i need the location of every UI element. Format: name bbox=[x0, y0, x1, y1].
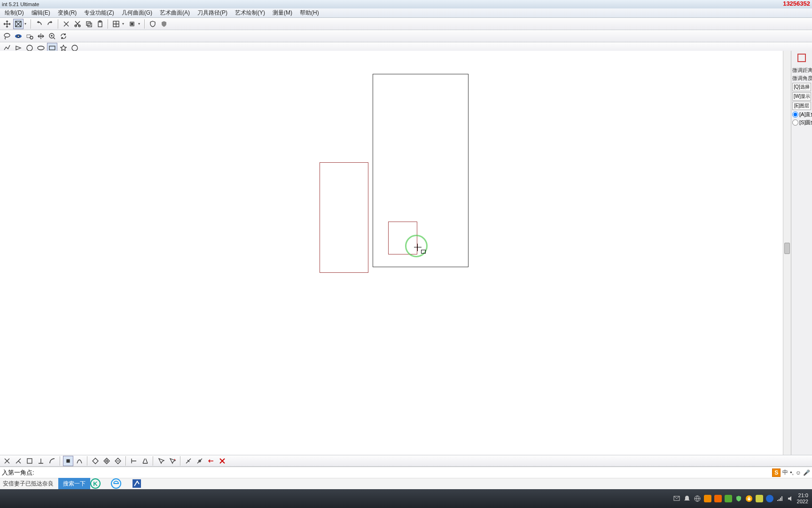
lasso-icon[interactable] bbox=[2, 31, 12, 41]
move-tool-icon[interactable] bbox=[2, 19, 12, 29]
btool-align2-icon[interactable] bbox=[140, 456, 150, 466]
redo-icon[interactable] bbox=[45, 19, 55, 29]
btool-d1-icon[interactable] bbox=[90, 456, 101, 466]
menu-geom[interactable]: 几何曲面(G) bbox=[118, 8, 156, 18]
round-rect-type-radio[interactable]: [S]圆角矩 bbox=[792, 119, 811, 126]
menu-bar: 绘制(D) 编辑(E) 变换(R) 专业功能(Z) 几何曲面(G) 艺术曲面(A… bbox=[0, 8, 812, 18]
tray-net-icon[interactable] bbox=[694, 495, 701, 502]
tray-signal-icon[interactable] bbox=[776, 495, 784, 502]
tray-orange1-icon[interactable] bbox=[704, 495, 711, 502]
menu-measure[interactable]: 测量(M) bbox=[269, 8, 296, 18]
menu-help[interactable]: 帮助(H) bbox=[296, 8, 323, 18]
svg-point-9 bbox=[131, 23, 133, 25]
btool-arc-icon[interactable] bbox=[47, 456, 57, 466]
cut-icon[interactable] bbox=[72, 19, 83, 29]
select-dropdown-icon[interactable]: ▾ bbox=[24, 22, 28, 26]
svg-rect-3 bbox=[86, 22, 90, 25]
btool-close-icon[interactable] bbox=[217, 456, 227, 466]
btool-m3-icon[interactable] bbox=[206, 456, 216, 466]
snap-icon[interactable] bbox=[127, 19, 137, 29]
tray-bell-icon[interactable] bbox=[683, 495, 691, 502]
tray-shield-icon[interactable] bbox=[735, 495, 742, 502]
app-title: int 5.21 Ultimate bbox=[2, 1, 39, 7]
show-mode-button[interactable]: [W]显示 bbox=[792, 92, 811, 101]
nudge-dist-label: 微调距离: bbox=[792, 67, 811, 74]
taskbar-app-current[interactable] bbox=[132, 478, 152, 490]
btool-perp-icon[interactable] bbox=[36, 456, 46, 466]
shield1-icon[interactable] bbox=[148, 19, 158, 29]
btool-3-icon[interactable] bbox=[24, 456, 35, 466]
canvas-rect-left[interactable] bbox=[320, 162, 368, 273]
ime-lang[interactable]: 中 bbox=[782, 468, 788, 476]
btool-1-icon[interactable] bbox=[2, 456, 12, 466]
zoom-in-icon[interactable] bbox=[47, 31, 57, 41]
search-button[interactable]: 搜索一下 bbox=[58, 478, 90, 490]
btool-m2-icon[interactable] bbox=[195, 456, 205, 466]
menu-transform[interactable]: 变换(R) bbox=[54, 8, 81, 18]
select-tool-icon[interactable] bbox=[13, 19, 23, 29]
svg-point-10 bbox=[4, 33, 10, 37]
svg-rect-18 bbox=[49, 46, 55, 50]
panel-rect-icon[interactable] bbox=[797, 54, 806, 62]
windows-taskbar: 21:0 2022 bbox=[0, 489, 812, 508]
taskbar-clock[interactable]: 21:0 2022 bbox=[797, 492, 808, 505]
menu-toolpath[interactable]: 刀具路径(P) bbox=[194, 8, 231, 18]
tray-blue-icon[interactable] bbox=[766, 495, 773, 502]
tray-dl-icon[interactable] bbox=[745, 495, 753, 502]
menu-art-surface[interactable]: 艺术曲面(A) bbox=[156, 8, 194, 18]
right-panel: 微调距离: 微调角度: [Q]选择 [W]显示 [E]图层 [A]直角矩 [S]… bbox=[791, 51, 812, 455]
grid-dropdown-icon[interactable]: ▾ bbox=[122, 22, 126, 26]
btool-m1-icon[interactable] bbox=[183, 456, 194, 466]
zoom-mag-icon[interactable] bbox=[24, 31, 35, 41]
snap-dropdown-icon[interactable]: ▾ bbox=[138, 22, 142, 26]
ime-indicator[interactable]: S 中 •, ☺ 🎤 bbox=[772, 468, 810, 477]
btool-node-icon[interactable] bbox=[63, 456, 73, 466]
btool-pick2-icon[interactable] bbox=[167, 456, 178, 466]
menu-pro[interactable]: 专业功能(Z) bbox=[80, 8, 117, 18]
vertical-scrollbar[interactable] bbox=[783, 51, 791, 455]
svg-point-17 bbox=[38, 46, 44, 50]
taskbar-app-k[interactable]: K bbox=[90, 478, 111, 490]
tray-yellow-icon[interactable] bbox=[756, 495, 763, 502]
copy-icon[interactable] bbox=[84, 19, 94, 29]
tray-volume-icon[interactable] bbox=[787, 495, 794, 502]
title-bar: int 5.21 Ultimate 13256352 bbox=[0, 0, 812, 8]
ime-punct-icon[interactable]: •, bbox=[790, 469, 794, 476]
scrollbar-thumb[interactable] bbox=[784, 243, 790, 254]
tray-orange2-icon[interactable] bbox=[714, 495, 722, 502]
btool-pick1-icon[interactable] bbox=[156, 456, 166, 466]
tray-msg-icon[interactable] bbox=[673, 495, 680, 502]
ime-mic-icon[interactable]: 🎤 bbox=[803, 469, 810, 476]
watermark-text: 13256352 bbox=[783, 0, 810, 7]
btool-d2-icon[interactable] bbox=[102, 456, 112, 466]
menu-edit[interactable]: 编辑(E) bbox=[28, 8, 54, 18]
tray-green-icon[interactable] bbox=[725, 495, 732, 502]
shield2-icon[interactable] bbox=[159, 19, 169, 29]
btool-2-icon[interactable] bbox=[13, 456, 23, 466]
paste-icon[interactable] bbox=[95, 19, 105, 29]
undo-icon[interactable] bbox=[34, 19, 44, 29]
ime-smile-icon[interactable]: ☺ bbox=[796, 469, 801, 476]
layer-mode-button[interactable]: [E]图层 bbox=[792, 102, 811, 110]
command-prompt: 入第一角点: bbox=[2, 468, 34, 477]
menu-draw[interactable]: 绘制(D) bbox=[1, 8, 28, 18]
refresh-icon[interactable] bbox=[58, 31, 69, 41]
svg-rect-4 bbox=[88, 23, 92, 27]
pan-icon[interactable] bbox=[36, 31, 46, 41]
rect-type-radio[interactable]: [A]直角矩 bbox=[792, 111, 811, 118]
delete-icon[interactable] bbox=[61, 19, 71, 29]
svg-point-12 bbox=[17, 35, 19, 37]
menu-art-draw[interactable]: 艺术绘制(Y) bbox=[231, 8, 269, 18]
btool-align1-icon[interactable] bbox=[129, 456, 139, 466]
btool-curve-icon[interactable] bbox=[74, 456, 85, 466]
select-mode-button[interactable]: [Q]选择 bbox=[792, 83, 811, 91]
clock-time: 21:0 bbox=[797, 492, 808, 499]
news-headline[interactable]: 安倍妻子已抵达奈良 bbox=[0, 480, 56, 488]
ime-icon[interactable]: S bbox=[772, 468, 781, 477]
canvas[interactable] bbox=[0, 51, 783, 455]
toolbar-bottom bbox=[0, 455, 812, 467]
eye-icon[interactable] bbox=[13, 31, 23, 41]
btool-d3-icon[interactable] bbox=[113, 456, 123, 466]
grid-icon[interactable] bbox=[111, 19, 121, 29]
taskbar-app-e[interactable] bbox=[111, 478, 132, 490]
